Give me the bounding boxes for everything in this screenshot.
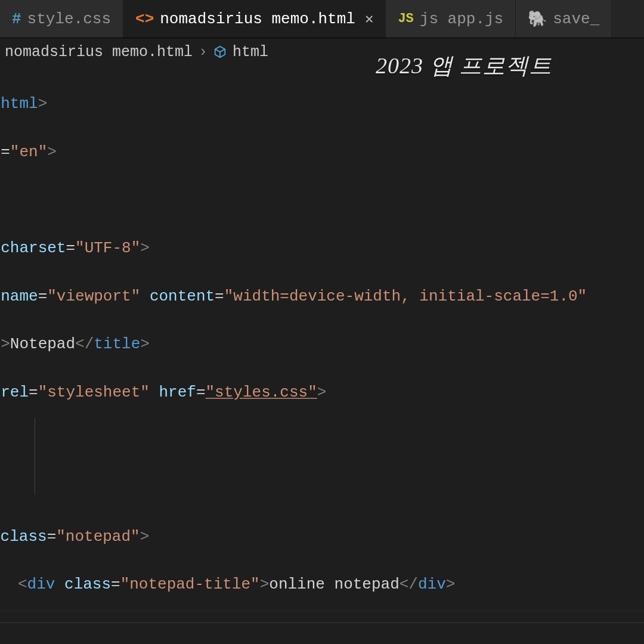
tab-label: js app.js bbox=[420, 10, 503, 28]
tab-label: nomadsirius memo.html bbox=[160, 10, 355, 28]
overlay-title: 2023 앱 프로젝트 bbox=[376, 51, 552, 81]
tab-js-app[interactable]: JS js app.js bbox=[386, 0, 516, 38]
breadcrumb-symbol[interactable]: html bbox=[233, 44, 268, 61]
tab-save-php[interactable]: 🐘 save_ bbox=[516, 0, 612, 38]
tab-label: style.css bbox=[27, 10, 111, 28]
tab-bar: # style.css <> nomadsirius memo.html ✕ J… bbox=[0, 0, 644, 38]
close-icon[interactable]: ✕ bbox=[365, 10, 373, 27]
tab-memo-html[interactable]: <> nomadsirius memo.html ✕ bbox=[123, 0, 386, 38]
breadcrumb-file[interactable]: nomadsirius memo.html bbox=[5, 44, 193, 61]
code-editor[interactable]: E html> ng="en"> a charset="UTF-8"> a na… bbox=[0, 66, 644, 644]
tab-style-css[interactable]: # style.css bbox=[0, 0, 123, 38]
symbol-icon bbox=[213, 45, 227, 58]
indent-guide bbox=[35, 417, 35, 495]
php-icon: 🐘 bbox=[528, 10, 547, 29]
chevron-right-icon: › bbox=[199, 44, 208, 61]
tab-label: save_ bbox=[553, 10, 599, 28]
code-icon: <> bbox=[135, 10, 154, 28]
editor-divider bbox=[0, 611, 644, 623]
hash-icon: # bbox=[12, 10, 21, 28]
js-icon: JS bbox=[398, 11, 413, 26]
status-bar bbox=[0, 623, 644, 644]
